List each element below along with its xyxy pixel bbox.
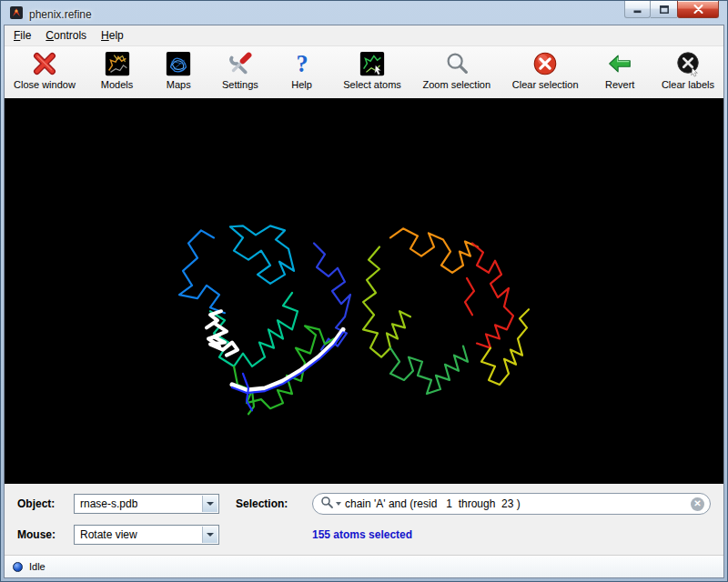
search-icon[interactable] <box>320 496 334 512</box>
toolbar-zoom-selection[interactable]: Zoom selection <box>423 49 491 90</box>
toolbar-settings[interactable]: Settings <box>220 49 260 90</box>
object-dropdown-button[interactable] <box>202 496 217 512</box>
toolbar-models[interactable]: Models <box>97 49 137 90</box>
statusbar: Idle <box>5 555 723 577</box>
mouse-dropdown-button[interactable] <box>202 527 217 543</box>
toolbar-maps[interactable]: Maps <box>158 49 198 90</box>
molecule-viewport[interactable] <box>5 98 723 484</box>
search-options-arrow-icon[interactable] <box>336 502 341 506</box>
toolbar-help[interactable]: ? Help <box>282 49 322 90</box>
object-label: Object: <box>17 497 74 510</box>
app-icon <box>9 5 24 23</box>
toolbar-label: Revert <box>605 79 634 90</box>
toolbar-clear-labels[interactable]: Clear labels <box>662 49 714 90</box>
object-dropdown[interactable]: rnase-s.pdb <box>74 494 219 514</box>
menubar: File Controls Help <box>5 25 723 46</box>
toolbar-label: Clear labels <box>662 79 714 90</box>
menu-help[interactable]: Help <box>94 26 131 45</box>
clear-text-icon[interactable]: ✕ <box>691 497 704 511</box>
minimize-button[interactable] <box>624 1 651 18</box>
mouse-label: Mouse: <box>17 528 74 541</box>
status-indicator-icon <box>13 562 23 572</box>
toolbar-revert[interactable]: Revert <box>600 49 640 90</box>
mouse-dropdown[interactable]: Rotate view <box>74 525 219 545</box>
toolbar-close-window[interactable]: Close window <box>14 49 76 90</box>
client-area: File Controls Help Close window <box>4 25 724 578</box>
menu-controls[interactable]: Controls <box>38 26 94 45</box>
selection-label: Selection: <box>236 497 307 510</box>
maps-icon <box>164 49 193 78</box>
clear-selection-icon <box>531 49 560 78</box>
toolbar-clear-selection[interactable]: Clear selection <box>512 49 579 90</box>
toolbar-label: Select atoms <box>343 79 401 90</box>
toolbar-label: Maps <box>167 79 191 90</box>
revert-icon <box>605 49 634 78</box>
window-title: phenix.refine <box>29 8 92 21</box>
phenix-window: phenix.refine File Controls Help <box>0 0 728 582</box>
molecule-render <box>5 98 723 484</box>
toolbar-label: Models <box>101 79 133 90</box>
menu-file[interactable]: File <box>6 26 38 45</box>
atoms-selected-text: 155 atoms selected <box>312 528 412 541</box>
help-icon: ? <box>288 49 317 78</box>
select-atoms-icon <box>358 49 387 78</box>
toolbar-label: Help <box>291 79 312 90</box>
close-button[interactable] <box>677 1 719 18</box>
toolbar-select-atoms[interactable]: Select atoms <box>343 49 401 90</box>
zoom-selection-icon <box>442 49 471 78</box>
selection-searchbox[interactable]: ✕ <box>312 493 711 515</box>
status-text: Idle <box>29 561 46 572</box>
clear-labels-icon <box>673 49 703 78</box>
mouse-dropdown-value: Rotate view <box>80 528 137 541</box>
toolbar-label: Settings <box>222 79 258 90</box>
controls-panel: Object: rnase-s.pdb Selection: ✕ <box>5 484 723 555</box>
selection-input[interactable] <box>345 497 691 510</box>
toolbar-label: Zoom selection <box>423 79 491 90</box>
titlebar[interactable]: phenix.refine <box>4 1 724 25</box>
maximize-button[interactable] <box>651 1 677 18</box>
object-dropdown-value: rnase-s.pdb <box>80 497 137 510</box>
svg-text:?: ? <box>296 51 308 77</box>
toolbar-label: Clear selection <box>512 79 579 90</box>
close-window-icon <box>30 49 59 78</box>
toolbar-label: Close window <box>14 79 76 90</box>
toolbar: Close window Models <box>5 46 723 98</box>
chevron-down-icon <box>207 533 214 537</box>
settings-icon <box>226 49 255 78</box>
models-icon <box>103 49 132 78</box>
chevron-down-icon <box>207 502 214 506</box>
